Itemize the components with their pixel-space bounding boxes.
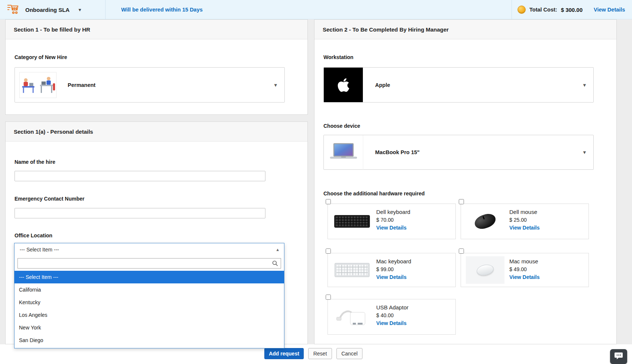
office-option-new-york[interactable]: New York xyxy=(14,321,284,334)
hardware-price: $ 40.00 xyxy=(376,312,409,318)
total-cost-value: $ 300.00 xyxy=(561,7,583,13)
hardware-name: Dell mouse xyxy=(509,209,539,215)
category-select[interactable]: Permanent ▾ xyxy=(14,67,285,103)
search-icon xyxy=(272,260,278,268)
catalog-icon xyxy=(7,3,20,16)
catalog-title: Onboarding SLA xyxy=(25,7,70,13)
office-option-los-angeles[interactable]: Los Angeles xyxy=(14,309,284,321)
workstation-label: Workstation xyxy=(323,54,354,60)
category-value: Permanent xyxy=(68,82,96,88)
add-request-button[interactable]: Add request xyxy=(264,348,304,359)
usb-adaptor-checkbox[interactable] xyxy=(326,295,331,300)
office-location-selected-value: --- Select Item --- xyxy=(20,247,59,253)
total-cost-label: Total Cost: xyxy=(529,7,557,13)
hardware-card-mac-mouse: Mac mouse $ 49.00 View Details xyxy=(461,253,589,287)
total-cost-group: Total Cost: $ 300.00 View Details xyxy=(517,0,625,19)
usb-adaptor-image xyxy=(328,299,376,334)
reset-button[interactable]: Reset xyxy=(308,348,332,359)
section2-title: Section 2 - To Be Completed By Hiring Ma… xyxy=(315,20,616,39)
section2-panel: Section 2 - To Be Completed By Hiring Ma… xyxy=(314,19,617,344)
delivery-note: Will be delivered within 15 Days xyxy=(121,0,203,19)
office-option-california[interactable]: California xyxy=(14,283,284,296)
header-divider xyxy=(105,0,106,19)
dell-mouse-image xyxy=(461,204,509,239)
section1-title: Section 1 - To be filled by HR xyxy=(6,20,307,39)
name-of-hire-label: Name of the hire xyxy=(14,159,55,165)
dell-keyboard-image xyxy=(328,204,376,239)
hardware-card-dell-keyboard: Dell keyboard $ 70.00 View Details xyxy=(328,204,456,239)
office-location-search xyxy=(14,256,284,269)
view-details-link[interactable]: View Details xyxy=(376,225,410,231)
device-value: MacBook Pro 15" xyxy=(375,149,420,155)
chevron-up-icon: ▴ xyxy=(276,247,279,252)
office-location-search-input[interactable] xyxy=(17,258,281,269)
additional-hardware-label: Choose the additional hardware required xyxy=(323,191,425,196)
office-location-options: --- Select Item --- California Kentucky … xyxy=(14,271,284,348)
cancel-button[interactable]: Cancel xyxy=(336,348,362,359)
workstation-value: Apple xyxy=(375,82,390,88)
chevron-down-icon: ▾ xyxy=(78,7,81,13)
category-thumbnail xyxy=(19,72,57,98)
view-details-link[interactable]: View Details xyxy=(509,274,539,280)
chevron-down-icon: ▾ xyxy=(583,82,586,88)
office-location-label: Office Location xyxy=(14,233,52,238)
catalog-dropdown[interactable]: Onboarding SLA ▾ xyxy=(7,0,81,19)
device-select[interactable]: MacBook Pro 15" ▾ xyxy=(323,135,594,170)
hardware-card-usb-adaptor: USB Adaptor $ 40.00 View Details xyxy=(328,299,456,335)
hardware-card-mac-keyboard: Mac keyboard $ 99.00 View Details xyxy=(328,253,456,287)
apple-logo-icon xyxy=(324,68,363,102)
hardware-price: $ 70.00 xyxy=(376,217,410,223)
hardware-name: USB Adaptor xyxy=(376,304,409,311)
coin-icon xyxy=(517,6,526,14)
top-bar: Onboarding SLA ▾ Will be delivered withi… xyxy=(0,0,632,19)
hardware-price: $ 25.00 xyxy=(509,217,539,223)
chat-button[interactable] xyxy=(610,349,627,364)
emergency-contact-input[interactable] xyxy=(14,208,265,218)
chevron-down-icon: ▾ xyxy=(274,82,277,88)
hardware-name: Mac mouse xyxy=(509,258,539,264)
chat-icon xyxy=(614,352,623,361)
view-details-link[interactable]: View Details xyxy=(509,225,539,231)
office-option-select-item[interactable]: --- Select Item --- xyxy=(14,271,284,283)
view-details-link[interactable]: View Details xyxy=(376,320,409,326)
hardware-card-dell-mouse: Dell mouse $ 25.00 View Details xyxy=(461,204,589,239)
office-option-kentucky[interactable]: Kentucky xyxy=(14,296,284,309)
dell-keyboard-checkbox[interactable] xyxy=(326,199,331,204)
mac-keyboard-checkbox[interactable] xyxy=(326,248,331,254)
category-label: Category of New Hire xyxy=(14,54,67,60)
section1-panel: Section 1 - To be filled by HR Category … xyxy=(5,19,308,115)
view-details-link[interactable]: View Details xyxy=(594,7,625,13)
choose-device-label: Choose device xyxy=(323,123,360,129)
office-option-san-diego[interactable]: San Diego xyxy=(14,334,284,347)
office-location-combobox: --- Select Item --- ▴ --- Select Item --… xyxy=(14,243,284,348)
workstation-select[interactable]: Apple ▾ xyxy=(323,67,594,103)
hardware-name: Mac keyboard xyxy=(376,258,411,264)
emergency-contact-label: Emergency Contact Number xyxy=(14,196,84,202)
hardware-name: Dell keyboard xyxy=(376,209,410,215)
chevron-down-icon: ▾ xyxy=(583,149,586,156)
mac-mouse-checkbox[interactable] xyxy=(459,248,464,254)
new-hire-illustration xyxy=(20,74,56,97)
macbook-image xyxy=(324,135,363,170)
mac-keyboard-image xyxy=(328,253,376,287)
office-location-select[interactable]: --- Select Item --- ▴ xyxy=(14,243,284,256)
view-details-link[interactable]: View Details xyxy=(376,274,411,280)
section1a-title: Section 1(a) - Personal details xyxy=(6,122,307,142)
hardware-price: $ 99.00 xyxy=(376,266,411,272)
header-divider xyxy=(512,0,512,19)
hardware-price: $ 49.00 xyxy=(509,266,539,272)
name-of-hire-input[interactable] xyxy=(14,171,265,181)
mac-mouse-image xyxy=(461,253,509,287)
dell-mouse-checkbox[interactable] xyxy=(459,199,464,204)
